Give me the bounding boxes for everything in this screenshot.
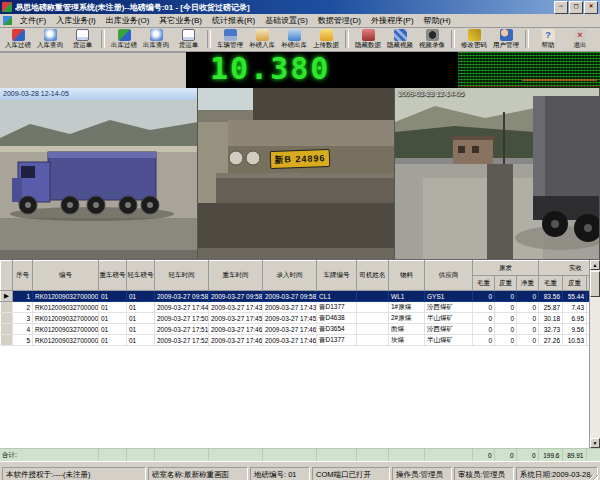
- cell: 27.26: [539, 335, 563, 346]
- toolbar-button-vehicle[interactable]: 车辆管理: [214, 29, 246, 49]
- status-panel-6: 系统日期:2009-03-28: [516, 467, 598, 480]
- menu-item-1[interactable]: 入库业务(I): [51, 15, 101, 26]
- camera-1-truck-side-view[interactable]: 2009-03-28 12-14-05: [0, 88, 198, 259]
- column-header[interactable]: 重车磅号: [99, 261, 127, 291]
- column-header[interactable]: 轻车磅号: [127, 261, 155, 291]
- table-row[interactable]: 5RK012009032700000501012009-03-27 17:52:…: [1, 335, 600, 346]
- cell: 5: [13, 335, 33, 346]
- matrix-baseline: [458, 86, 600, 87]
- cell: 2009-03-27 17:46:00: [263, 335, 317, 346]
- toolbar-button-label: 视频录像: [419, 41, 445, 48]
- cell: 0: [495, 335, 517, 346]
- cell: RK0120090327000004: [33, 324, 99, 335]
- menu-item-4[interactable]: 统计报表(R): [207, 15, 260, 26]
- toolbar-button-search-in[interactable]: 入库查询: [34, 29, 66, 49]
- column-header[interactable]: 司机姓名: [357, 261, 389, 291]
- camera-3-yard-view[interactable]: 2009-03-28 12-14-05: [395, 88, 600, 259]
- toolbar-button-user-manage[interactable]: 用户管理: [490, 29, 522, 49]
- sub-column-header[interactable]: 皮重: [563, 276, 587, 291]
- sub-column-header[interactable]: 皮重: [495, 276, 517, 291]
- column-header[interactable]: 车牌编号: [317, 261, 357, 291]
- scroll-track[interactable]: [590, 297, 600, 438]
- totals-band: 合计:000199.689.91: [0, 448, 600, 461]
- toolbar-button-upload[interactable]: 上传数据: [310, 29, 342, 49]
- toolbar-button-weigh-out[interactable]: 出库过磅: [108, 29, 140, 49]
- column-header[interactable]: 物料: [389, 261, 425, 291]
- scroll-down-arrow-icon[interactable]: ▼: [590, 438, 600, 448]
- column-header[interactable]: 编号: [33, 261, 99, 291]
- toolbar-button-waybill[interactable]: 货运单: [66, 29, 98, 49]
- toolbar-button-label: 出库查询: [143, 41, 169, 48]
- menu-item-6[interactable]: 数据管理(D): [313, 15, 366, 26]
- column-header[interactable]: 序号: [13, 261, 33, 291]
- cell: 2009-03-27 17:50:00: [155, 313, 209, 324]
- row-selector-cell[interactable]: [1, 313, 13, 324]
- toolbar-button-exit[interactable]: 退出: [564, 29, 596, 49]
- cell: [357, 302, 389, 313]
- maximize-button[interactable]: □: [569, 1, 583, 14]
- cell: 2009-03-27 17:43:00: [209, 302, 263, 313]
- hide-video-icon: [394, 29, 407, 41]
- menu-item-5[interactable]: 基础设置(S): [260, 15, 313, 26]
- column-header[interactable]: [1, 261, 13, 291]
- toolbar-button-supplement-out[interactable]: 补磅出库: [278, 29, 310, 49]
- column-header[interactable]: 轻车时间: [155, 261, 209, 291]
- sub-column-header[interactable]: 毛重: [539, 276, 563, 291]
- row-selector-cell[interactable]: ▶: [1, 291, 13, 302]
- toolbar-button-supplement-in[interactable]: 补磅入库: [246, 29, 278, 49]
- toolbar-button-password[interactable]: 修改密码: [458, 29, 490, 49]
- table-header-row: 序号编号重车磅号轻车磅号轻车时间重车时间录入时间车牌编号司机姓名物料供应商原发实…: [1, 261, 600, 276]
- cell: 0: [495, 313, 517, 324]
- table-row[interactable]: 2RK012009032700000201012009-03-27 17:44:…: [1, 302, 600, 313]
- scroll-thumb[interactable]: [590, 271, 600, 297]
- scroll-up-arrow-icon[interactable]: ▲: [590, 260, 600, 270]
- row-selector-cell[interactable]: [1, 335, 13, 346]
- toolbar-button-label: 货运单: [72, 41, 91, 48]
- records-table-area: 序号编号重车磅号轻车磅号轻车时间重车时间录入时间车牌编号司机姓名物料供应商原发实…: [0, 259, 600, 448]
- row-selector-cell[interactable]: [1, 302, 13, 313]
- sub-column-header[interactable]: 净重: [517, 276, 539, 291]
- toolbar-button-video-record[interactable]: 视频录像: [416, 29, 448, 49]
- menu-item-3[interactable]: 其它业务(B): [154, 15, 207, 26]
- row-selector-cell[interactable]: [1, 324, 13, 335]
- column-header[interactable]: 供应商: [425, 261, 473, 291]
- cell: [357, 291, 389, 302]
- table-row[interactable]: 3RK012009032700000301012009-03-27 17:50:…: [1, 313, 600, 324]
- menu-item-2[interactable]: 出库业务(O): [101, 15, 155, 26]
- window-title: 易思地磅称重管理系统(未注册)--地磅编号:01 - [今日收货过磅记录]: [15, 2, 554, 13]
- toolbar-button-waybill[interactable]: 货运单: [172, 29, 204, 49]
- toolbar-button-hide-video[interactable]: 隐藏视频: [384, 29, 416, 49]
- status-panel-2: 地磅编号: 01: [250, 467, 310, 480]
- camera-2-truck-front-view[interactable]: 新B 24896: [198, 88, 395, 259]
- minimize-button[interactable]: –: [554, 1, 568, 14]
- toolbar-button-weigh-in[interactable]: 入库过磅: [2, 29, 34, 49]
- resize-grip[interactable]: [589, 475, 599, 480]
- toolbar-button-hide-data[interactable]: 隐藏数据: [352, 29, 384, 49]
- cell: 2009-03-27 17:45:00: [209, 313, 263, 324]
- toolbar-button-label: 帮助: [542, 41, 555, 48]
- status-panel-4: 操作员:管理员: [392, 467, 452, 480]
- cell: 0: [473, 291, 495, 302]
- table-row[interactable]: ▶1RK012009032700000101012009-03-27 09:58…: [1, 291, 600, 302]
- cell: 01: [127, 291, 155, 302]
- totals-sum-cell: 0: [494, 449, 516, 461]
- close-button[interactable]: ×: [584, 1, 598, 14]
- exit-icon: [574, 29, 587, 41]
- table-row[interactable]: 4RK012009032700000401012009-03-27 17:51:…: [1, 324, 600, 335]
- column-header[interactable]: 录入时间: [263, 261, 317, 291]
- cell: 25.87: [539, 302, 563, 313]
- weighbridge-app-window: 易思地磅称重管理系统(未注册)--地磅编号:01 - [今日收货过磅记录] – …: [0, 0, 600, 480]
- menu-item-0[interactable]: 文件(F): [15, 15, 51, 26]
- weight-led-display: 10.380: [186, 52, 458, 88]
- menu-item-7[interactable]: 外接程序(P): [366, 15, 419, 26]
- toolbar-button-label: 入库过磅: [5, 41, 31, 48]
- vertical-scrollbar[interactable]: ▲ ▼: [589, 260, 600, 448]
- column-header[interactable]: 重车时间: [209, 261, 263, 291]
- toolbar-button-search-out[interactable]: 出库查询: [140, 29, 172, 49]
- toolbar-button-help[interactable]: 帮助: [532, 29, 564, 49]
- titlebar: 易思地磅称重管理系统(未注册)--地磅编号:01 - [今日收货过磅记录] – …: [0, 0, 600, 14]
- menu-item-8[interactable]: 帮助(H): [419, 15, 456, 26]
- sub-column-header[interactable]: 毛重: [473, 276, 495, 291]
- toolbar-button-label: 出库过磅: [111, 41, 137, 48]
- cell: 0: [517, 335, 539, 346]
